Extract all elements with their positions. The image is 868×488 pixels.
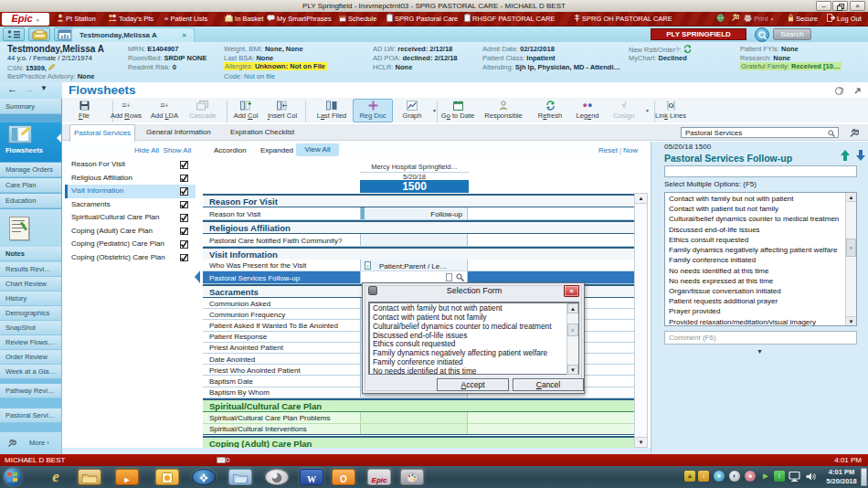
svg-text:+: +: [248, 101, 251, 108]
